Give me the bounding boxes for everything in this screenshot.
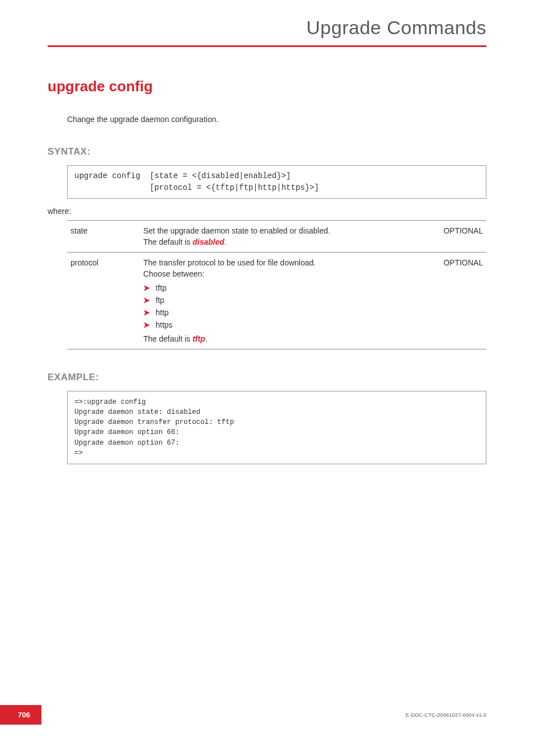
footer-doc-id: E-DOC-CTC-20061027-0004 v1.0 xyxy=(406,712,486,718)
list-item: ➤ftp xyxy=(143,294,421,306)
param-optional: OPTIONAL xyxy=(425,253,486,349)
default-suffix: . xyxy=(205,334,207,343)
param-default: The default is tftp. xyxy=(143,334,421,343)
option-text: http xyxy=(156,308,168,317)
syntax-box: upgrade config [state = <{disabled|enabl… xyxy=(67,165,486,199)
param-desc-cell: The transfer protocol to be used for fil… xyxy=(140,253,425,349)
page-header-title: Upgrade Commands xyxy=(0,0,534,45)
footer: 706 E-DOC-CTC-20061027-0004 v1.0 xyxy=(0,705,534,725)
list-item: ➤tftp xyxy=(143,282,421,294)
example-box: =>:upgrade config Upgrade daemon state: … xyxy=(67,391,486,464)
option-list: ➤tftp ➤ftp ➤http ➤https xyxy=(143,282,421,331)
chevron-icon: ➤ xyxy=(143,320,156,329)
command-description: Change the upgrade daemon configuration. xyxy=(67,115,486,124)
content-area: upgrade config Change the upgrade daemon… xyxy=(0,78,534,464)
table-row: state Set the upgrade daemon state to en… xyxy=(67,221,486,253)
syntax-command: upgrade config xyxy=(74,171,140,180)
param-name: protocol xyxy=(67,253,140,349)
param-desc-cell: Set the upgrade daemon state to enabled … xyxy=(140,221,425,253)
option-text: https xyxy=(156,320,172,329)
example-heading: EXAMPLE: xyxy=(48,372,486,383)
default-value: disabled xyxy=(193,237,224,246)
choose-label: Choose between: xyxy=(143,269,421,278)
option-text: tftp xyxy=(156,283,166,292)
header-divider xyxy=(48,45,486,47)
page-number-badge: 706 xyxy=(0,705,41,725)
params-table: state Set the upgrade daemon state to en… xyxy=(67,220,486,349)
where-label: where: xyxy=(48,207,486,216)
example-section: EXAMPLE: =>:upgrade config Upgrade daemo… xyxy=(48,372,486,464)
param-optional: OPTIONAL xyxy=(425,221,486,253)
syntax-heading: SYNTAX: xyxy=(48,146,486,157)
footer-inner: 706 E-DOC-CTC-20061027-0004 v1.0 xyxy=(0,705,534,725)
default-value: tftp xyxy=(193,334,205,343)
param-desc: The transfer protocol to be used for fil… xyxy=(143,258,421,267)
chevron-icon: ➤ xyxy=(143,283,156,292)
default-prefix: The default is xyxy=(143,237,193,246)
param-desc: Set the upgrade daemon state to enabled … xyxy=(143,226,421,235)
chevron-icon: ➤ xyxy=(143,308,156,317)
table-row: protocol The transfer protocol to be use… xyxy=(67,253,486,349)
command-title: upgrade config xyxy=(48,78,486,95)
param-name: state xyxy=(67,221,140,253)
chevron-icon: ➤ xyxy=(143,296,156,305)
syntax-args: [state = <{disabled|enabled}>] [protocol… xyxy=(149,170,318,194)
default-suffix: . xyxy=(224,237,227,246)
list-item: ➤http xyxy=(143,306,421,319)
param-default: The default is disabled. xyxy=(143,237,421,246)
list-item: ➤https xyxy=(143,319,421,331)
option-text: ftp xyxy=(156,296,165,305)
default-prefix: The default is xyxy=(143,334,193,343)
